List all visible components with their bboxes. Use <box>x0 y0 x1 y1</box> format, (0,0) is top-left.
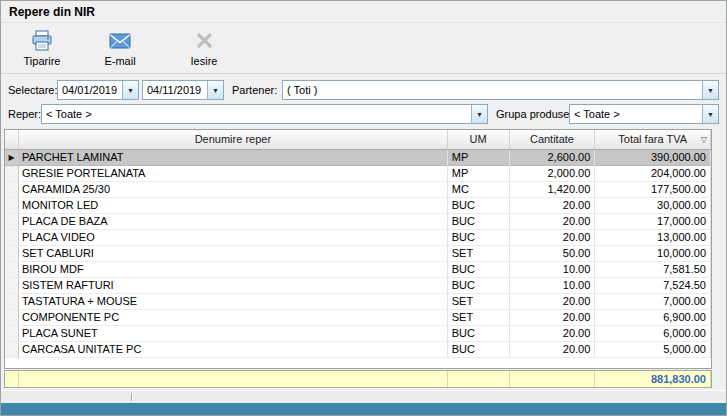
grid-body: ▶PARCHET LAMINATMP2,600.00390,000.00GRES… <box>5 150 711 358</box>
chevron-down-icon[interactable]: ▼ <box>122 81 138 99</box>
email-icon <box>87 26 153 54</box>
partener-select[interactable]: ( Toti ) ▼ <box>282 80 719 100</box>
grupa-produse-select[interactable]: < Toate > ▼ <box>569 104 719 124</box>
grid-header: Denumire reper UM Cantitate Total fara T… <box>5 130 711 150</box>
tiparire-label: Tiparire <box>9 54 75 68</box>
reper-label: Reper: <box>8 104 41 124</box>
cell-um: SET <box>448 246 510 262</box>
partener-label: Partener: <box>232 80 277 100</box>
cell-total: 17,000.00 <box>595 214 711 230</box>
cell-cantitate: 20.00 <box>510 342 596 358</box>
header-indicator-cell <box>5 130 19 149</box>
row-indicator <box>5 326 19 342</box>
table-row[interactable]: SET CABLURISET50.0010,000.00 <box>5 246 711 262</box>
status-bar <box>1 390 726 403</box>
grupa-produse-value: < Toate > <box>570 105 702 123</box>
printer-icon <box>9 26 75 54</box>
totals-denumire-cell <box>19 371 448 387</box>
chevron-down-icon[interactable]: ▼ <box>207 81 223 99</box>
cell-um: BUC <box>448 278 510 294</box>
selectare-label: Selectare: <box>8 80 58 100</box>
repere-din-nir-window: Repere din NIR Tiparire <box>0 0 727 416</box>
cell-total: 177,500.00 <box>595 182 711 198</box>
cell-denumire: PLACA SUNET <box>19 326 448 342</box>
cell-um: BUC <box>448 214 510 230</box>
row-indicator: ▶ <box>5 150 19 166</box>
grupa-produse-label: Grupa produse: <box>496 104 572 124</box>
cell-denumire: SISTEM RAFTURI <box>19 278 448 294</box>
cell-cantitate: 20.00 <box>510 310 596 326</box>
cell-total: 30,000.00 <box>595 198 711 214</box>
cell-total: 390,000.00 <box>595 150 711 166</box>
cell-total: 5,000.00 <box>595 342 711 358</box>
table-row[interactable]: BIROU MDFBUC10.007,581.50 <box>5 262 711 278</box>
column-header-label: Cantitate <box>530 133 574 145</box>
cell-total: 7,524.50 <box>595 278 711 294</box>
reper-value: < Toate > <box>42 105 471 123</box>
cell-um: BUC <box>448 326 510 342</box>
table-row[interactable]: CARAMIDA 25/30MC1,420.00177,500.00 <box>5 182 711 198</box>
chevron-down-icon[interactable]: ▼ <box>702 105 718 123</box>
cell-denumire: CARAMIDA 25/30 <box>19 182 448 198</box>
row-indicator <box>5 310 19 326</box>
grand-total-value: 881,830.00 <box>595 371 711 387</box>
cell-total: 204,000.00 <box>595 166 711 182</box>
cell-denumire: GRESIE PORTELANATA <box>19 166 448 182</box>
tiparire-button[interactable]: Tiparire <box>9 26 75 72</box>
cell-cantitate: 2,000.00 <box>510 166 596 182</box>
table-row[interactable]: CARCASA UNITATE PCBUC20.005,000.00 <box>5 342 711 358</box>
cell-total: 7,000.00 <box>595 294 711 310</box>
column-header-total-fara-tva[interactable]: Total fara TVA▽ <box>595 130 711 149</box>
repere-grid: Denumire reper UM Cantitate Total fara T… <box>4 129 712 369</box>
table-row[interactable]: PLACA VIDEOBUC20.0013,000.00 <box>5 230 711 246</box>
close-icon <box>171 26 237 54</box>
iesire-button[interactable]: Iesire <box>171 26 237 72</box>
totals-row: 881,830.00 <box>4 370 712 388</box>
cell-cantitate: 1,420.00 <box>510 182 596 198</box>
table-row[interactable]: PLACA DE BAZABUC20.0017,000.00 <box>5 214 711 230</box>
table-row[interactable]: TASTATURA + MOUSESET20.007,000.00 <box>5 294 711 310</box>
cell-total: 10,000.00 <box>595 246 711 262</box>
date-to-select[interactable]: 04/11/2019 ▼ <box>142 80 224 100</box>
column-header-label: Total fara TVA <box>618 133 687 145</box>
cell-denumire: MONITOR LED <box>19 198 448 214</box>
date-from-value: 04/01/2019 <box>58 81 122 99</box>
iesire-label: Iesire <box>171 54 237 68</box>
column-header-denumire-reper[interactable]: Denumire reper <box>19 130 448 149</box>
table-row[interactable]: ▶PARCHET LAMINATMP2,600.00390,000.00 <box>5 150 711 166</box>
cell-total: 7,581.50 <box>595 262 711 278</box>
table-row[interactable]: SISTEM RAFTURIBUC10.007,524.50 <box>5 278 711 294</box>
cell-denumire: COMPONENTE PC <box>19 310 448 326</box>
bottom-accent-strip <box>1 403 726 416</box>
column-header-um[interactable]: UM <box>448 130 510 149</box>
column-header-cantitate[interactable]: Cantitate <box>510 130 596 149</box>
row-indicator <box>5 342 19 358</box>
cell-cantitate: 20.00 <box>510 326 596 342</box>
row-indicator <box>5 278 19 294</box>
cell-cantitate: 10.00 <box>510 278 596 294</box>
chevron-down-icon[interactable]: ▼ <box>702 81 718 99</box>
cell-um: BUC <box>448 230 510 246</box>
cell-um: MP <box>448 150 510 166</box>
cell-um: MP <box>448 166 510 182</box>
cell-cantitate: 2,600.00 <box>510 150 596 166</box>
date-from-select[interactable]: 04/01/2019 ▼ <box>57 80 139 100</box>
reper-select[interactable]: < Toate > ▼ <box>41 104 488 124</box>
cell-denumire: PLACA VIDEO <box>19 230 448 246</box>
cell-cantitate: 20.00 <box>510 214 596 230</box>
row-indicator <box>5 166 19 182</box>
cell-denumire: TASTATURA + MOUSE <box>19 294 448 310</box>
totals-um-cell <box>448 371 510 387</box>
email-button[interactable]: E-mail <box>87 26 153 72</box>
cell-total: 6,000.00 <box>595 326 711 342</box>
table-row[interactable]: MONITOR LEDBUC20.0030,000.00 <box>5 198 711 214</box>
column-header-label: UM <box>470 133 487 145</box>
cell-cantitate: 50.00 <box>510 246 596 262</box>
chevron-down-icon[interactable]: ▼ <box>471 105 487 123</box>
table-row[interactable]: COMPONENTE PCSET20.006,900.00 <box>5 310 711 326</box>
totals-indicator-cell <box>5 371 19 387</box>
cell-cantitate: 10.00 <box>510 262 596 278</box>
table-row[interactable]: PLACA SUNETBUC20.006,000.00 <box>5 326 711 342</box>
cell-cantitate: 20.00 <box>510 230 596 246</box>
table-row[interactable]: GRESIE PORTELANATAMP2,000.00204,000.00 <box>5 166 711 182</box>
